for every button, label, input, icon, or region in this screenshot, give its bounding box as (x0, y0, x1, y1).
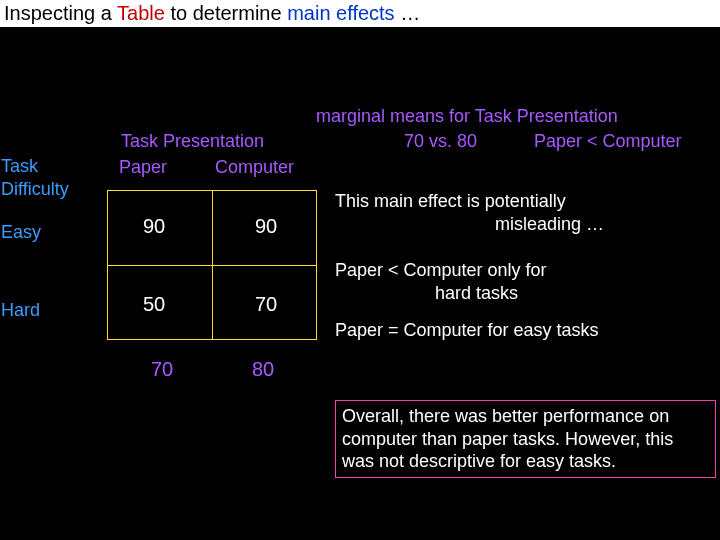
col-factor-label: Task Presentation (121, 131, 264, 152)
col-mean-computer: 80 (252, 358, 274, 381)
col-header-paper: Paper (119, 157, 167, 178)
cell-easy-computer: 90 (255, 215, 277, 238)
marginal-means-title: marginal means for Task Presentation (316, 106, 618, 127)
row-header-easy: Easy (1, 222, 41, 243)
cell-hard-computer: 70 (255, 293, 277, 316)
slide-title: Inspecting a Table to determine main eff… (0, 0, 720, 27)
title-part-1: Inspecting a (4, 2, 117, 24)
title-part-ellipsis: … (395, 2, 421, 24)
col-mean-paper: 70 (151, 358, 173, 381)
title-part-3: to determine (165, 2, 287, 24)
col-header-computer: Computer (215, 157, 294, 178)
marginal-means-values: 70 vs. 80 (404, 131, 477, 152)
summary-box: Overall, there was better performance on… (335, 400, 716, 478)
data-table-grid (107, 190, 317, 340)
cell-hard-paper: 50 (143, 293, 165, 316)
marginal-means-comparison: Paper < Computer (534, 131, 682, 152)
note-misleading: This main effect is potentially misleadi… (335, 190, 705, 235)
note-hard-tasks: Paper < Computer only for hard tasks (335, 259, 705, 304)
title-part-main-effects: main effects (287, 2, 394, 24)
cell-easy-paper: 90 (143, 215, 165, 238)
title-part-table: Table (117, 2, 165, 24)
grid-hline (108, 265, 316, 266)
row-factor-label: Task Difficulty (1, 155, 101, 200)
note-easy-tasks: Paper = Computer for easy tasks (335, 320, 715, 341)
row-header-hard: Hard (1, 300, 40, 321)
